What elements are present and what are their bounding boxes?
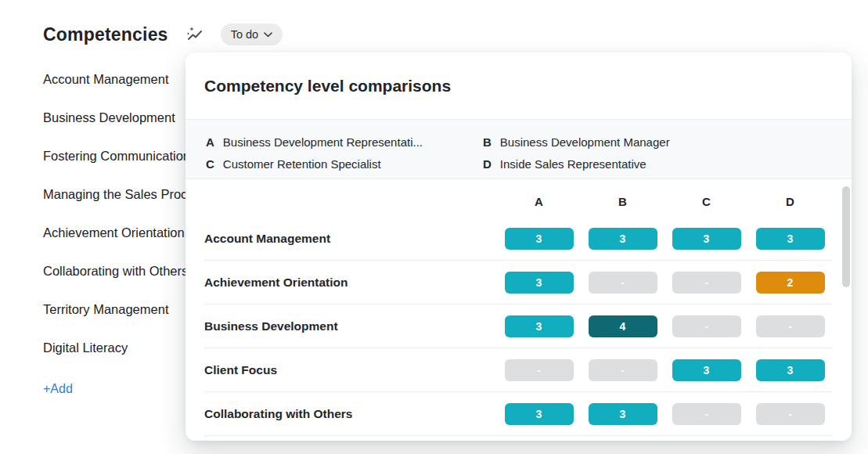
level-badge: 3 [505,228,574,250]
competency-comparison-panel: Competency level comparisons A Business … [185,52,852,441]
level-badge: - [672,315,741,337]
row-label: Account Management [204,232,497,246]
table-row: Business Development 3 4 - - [204,304,832,348]
legend-entry: A Business Development Representati... [206,131,483,153]
page-header: Competencies To do [43,23,283,45]
table-row: Account Management 3 3 3 3 [204,217,832,261]
column-header: A [535,195,543,208]
legend-label: Business Development Representati... [223,135,423,149]
legend-label: Business Development Manager [500,135,670,149]
panel-scrollbar-thumb[interactable] [842,186,850,287]
legend-key: A [206,135,214,149]
level-badge: - [672,272,741,294]
chevron-down-icon [264,32,272,38]
table-row: Client Focus - - 3 3 [204,348,832,392]
status-dropdown[interactable]: To do [221,23,283,45]
sparkle-trend-icon [185,25,204,44]
level-badge: 3 [672,228,741,250]
legend-label: Inside Sales Representative [500,157,646,171]
legend-key: B [483,135,492,149]
column-header-row: A B C D [204,186,832,217]
level-badge: 3 [756,228,825,250]
legend-entry: B Business Development Manager [483,131,831,153]
column-header: B [618,195,627,208]
level-badge: 3 [505,403,574,425]
legend-key: C [206,157,214,171]
row-label: Business Development [204,319,497,333]
level-badge: 3 [589,403,657,425]
row-label: Collaborating with Others [204,407,497,421]
legend-entry: D Inside Sales Representative [483,153,831,175]
level-badge: 3 [589,228,657,250]
row-label: Achievement Orientation [204,276,497,290]
column-header: C [702,195,711,208]
panel-title: Competency level comparisons [204,77,451,95]
level-badge: - [589,359,657,381]
level-badge: - [505,359,574,381]
level-badge: - [589,272,657,294]
level-badge: - [672,403,741,425]
table-row: Collaborating with Others 3 3 - - [204,392,832,436]
level-badge: 2 [756,272,825,294]
level-badge: - [756,403,825,425]
legend-entry: C Customer Retention Specialist [206,153,483,175]
level-badge: 4 [589,315,657,337]
comparison-table: A B C D Account Management 3 3 3 3 Achie… [185,179,852,436]
table-row: Achievement Orientation 3 - - 2 [204,261,832,304]
level-badge: 3 [672,359,741,381]
page-title: Competencies [43,24,168,45]
level-badge: - [756,315,825,337]
level-badge: 3 [756,359,825,381]
row-label: Client Focus [204,363,497,377]
legend-label: Customer Retention Specialist [223,157,381,171]
ai-sparkle-button[interactable] [185,24,205,45]
level-badge: 3 [505,315,574,337]
panel-header: Competency level comparisons [185,52,852,119]
add-competency-link[interactable]: +Add [43,382,73,396]
status-dropdown-label: To do [231,28,258,41]
legend-key: D [483,157,492,171]
column-header: D [786,195,794,208]
level-badge: 3 [505,272,574,294]
role-legend: A Business Development Representati... B… [185,119,852,179]
